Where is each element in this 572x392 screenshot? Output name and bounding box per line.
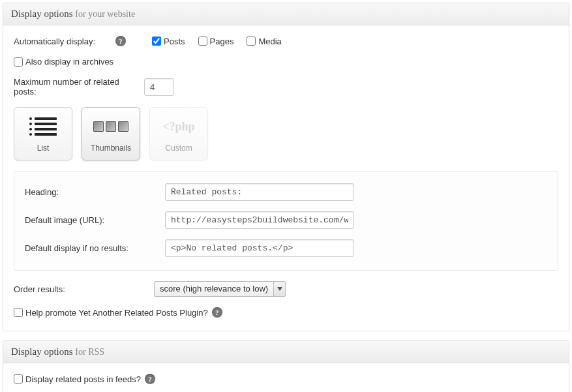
archives-checkbox-item[interactable]: Also display in archives: [14, 57, 113, 67]
media-checkbox[interactable]: [247, 37, 256, 46]
feeds-row: Display related posts in feeds? ?: [14, 374, 558, 384]
help-icon[interactable]: ?: [145, 374, 155, 384]
display-options-rss-panel: Display options for RSS Display related …: [3, 340, 569, 392]
heading-label: Heading:: [25, 187, 165, 197]
panel-header-rss: Display options for RSS: [3, 341, 569, 363]
archives-row: Also display in archives: [14, 57, 558, 67]
php-icon: <?php: [162, 115, 194, 138]
layout-thumbnails-label: Thumbnails: [91, 143, 131, 153]
media-checkbox-item[interactable]: Media: [247, 37, 281, 46]
template-settings-box: Heading: Default image (URL): Default di…: [14, 171, 558, 271]
feeds-checkbox[interactable]: [14, 374, 23, 384]
posts-checkbox[interactable]: [152, 37, 161, 46]
order-results-row: Order results: score (high relevance to …: [14, 281, 558, 297]
pages-checkbox-item[interactable]: Pages: [198, 37, 234, 46]
chevron-down-icon: [273, 282, 285, 296]
promote-checkbox[interactable]: [14, 308, 23, 317]
promote-row: Help promote Yet Another Related Posts P…: [14, 307, 558, 318]
layout-custom-card[interactable]: <?php Custom: [149, 107, 208, 160]
feeds-label: Display related posts in feeds?: [25, 374, 141, 384]
panel-title-main: Display options: [11, 8, 73, 19]
no-results-row: Default display if no results:: [25, 239, 547, 257]
default-image-input[interactable]: [165, 211, 354, 229]
layout-custom-label: Custom: [165, 143, 192, 153]
layout-options: List Thumbnails <?php Custom: [14, 107, 558, 160]
layout-thumbnails-card[interactable]: Thumbnails: [82, 107, 140, 160]
feeds-checkbox-item[interactable]: Display related posts in feeds?: [14, 374, 141, 384]
help-icon[interactable]: ?: [212, 307, 222, 318]
pages-checkbox[interactable]: [198, 37, 207, 46]
list-icon: [29, 115, 57, 138]
posts-label: Posts: [164, 37, 185, 46]
layout-list-label: List: [37, 143, 50, 153]
display-options-website-panel: Display options for your website Automat…: [3, 3, 569, 331]
archives-checkbox[interactable]: [14, 57, 23, 67]
thumbnails-icon: [93, 115, 128, 138]
panel-body-rss: Display related posts in feeds? ?: [3, 363, 569, 392]
max-posts-label: Maximum number of related posts:: [14, 77, 144, 97]
media-label: Media: [258, 37, 281, 46]
promote-checkbox-item[interactable]: Help promote Yet Another Related Posts P…: [14, 308, 208, 318]
archives-label: Also display in archives: [25, 57, 113, 67]
content-type-group: Posts Pages Media: [152, 37, 282, 46]
panel-title-sub-rss: for RSS: [75, 347, 104, 357]
layout-list-card[interactable]: List: [14, 107, 72, 160]
promote-label: Help promote Yet Another Related Posts P…: [25, 308, 208, 318]
panel-title-sub: for your website: [75, 9, 135, 19]
panel-header-website: Display options for your website: [3, 3, 569, 25]
panel-title-main-rss: Display options: [11, 346, 73, 357]
panel-body: Automatically display: ? Posts Pages Med…: [3, 25, 569, 331]
heading-row: Heading:: [25, 183, 547, 201]
order-results-value: score (high relevance to low): [155, 282, 273, 296]
order-results-select[interactable]: score (high relevance to low): [154, 281, 286, 297]
default-image-label: Default image (URL):: [25, 215, 165, 225]
pages-label: Pages: [210, 37, 234, 46]
max-posts-row: Maximum number of related posts:: [14, 77, 558, 97]
posts-checkbox-item[interactable]: Posts: [152, 37, 185, 46]
no-results-label: Default display if no results:: [25, 243, 165, 253]
help-icon[interactable]: ?: [115, 36, 126, 46]
no-results-input[interactable]: [165, 239, 354, 257]
max-posts-input[interactable]: [144, 78, 174, 96]
auto-display-label: Automatically display:: [14, 37, 112, 46]
order-results-label: Order results:: [14, 284, 154, 294]
auto-display-row: Automatically display: ? Posts Pages Med…: [14, 36, 558, 46]
heading-input[interactable]: [165, 183, 354, 201]
default-image-row: Default image (URL):: [25, 211, 547, 229]
